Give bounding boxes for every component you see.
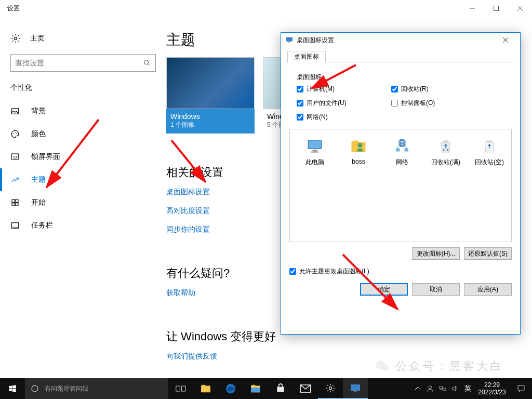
home-button[interactable]: 主页 [0,29,166,54]
svg-rect-35 [176,386,180,391]
gear-icon [325,383,336,393]
svg-line-28 [47,119,99,187]
system-tray: 英 22:29 2022/3/23 [411,378,532,399]
taskbar-personalization[interactable] [343,378,368,399]
restore-defaults-button[interactable]: 还原默认值(S) [464,247,512,260]
svg-point-33 [382,364,389,371]
nav-label: 任务栏 [31,221,53,230]
svg-rect-45 [443,389,446,391]
watermark: 公众号：黑客大白 [375,358,503,374]
svg-rect-42 [354,391,356,392]
taskbar-settings[interactable] [318,378,343,399]
start-button[interactable] [0,378,25,399]
start-icon [10,198,20,207]
icon-network[interactable]: 网络 [385,137,419,167]
tray-people[interactable] [424,378,436,399]
taskbar-icon [10,221,20,230]
tray-date: 2022/3/23 [476,389,508,396]
svg-point-6 [16,133,17,134]
taskbar-store[interactable] [268,378,293,399]
svg-point-26 [443,149,445,151]
taskbar-explorer[interactable] [193,378,218,399]
store-icon [275,383,286,394]
svg-rect-3 [11,109,19,114]
svg-rect-15 [286,37,292,42]
taskbar: 有问题尽管问我 英 22:29 2022/3/23 [0,378,532,399]
folder-icon [200,384,211,393]
svg-rect-10 [16,200,18,202]
annotation-arrow [166,135,229,192]
mail-icon [300,384,311,393]
cortana-placeholder: 有问题尽管问我 [45,384,88,393]
folder-icon [250,384,261,393]
svg-rect-19 [313,150,317,152]
theme-icon [10,175,20,184]
taskbar-edge[interactable] [218,378,243,399]
maximize-button[interactable] [484,0,508,17]
checkbox-network[interactable]: 网络(N) [297,113,390,122]
search-field[interactable] [15,59,143,67]
dialog-close-button[interactable] [495,33,516,47]
taskbar-fileexplorer[interactable] [243,378,268,399]
minimize-button[interactable] [460,0,484,17]
image-icon [10,107,20,116]
nav-taskbar[interactable]: 任务栏 [0,214,166,237]
svg-line-30 [312,65,356,88]
apply-button[interactable]: 应用(A) [464,283,512,296]
tray-volume-icon[interactable] [449,378,461,399]
icon-this-pc[interactable]: 此电脑 [298,137,331,167]
home-label: 主页 [30,34,45,43]
svg-point-4 [13,133,14,134]
svg-rect-36 [182,386,186,391]
monitor-icon [350,383,361,393]
tray-time: 22:29 [476,381,508,389]
tray-clock[interactable]: 22:29 2022/3/23 [474,379,510,398]
gear-icon [10,33,21,44]
svg-point-34 [32,385,38,392]
annotation-arrow [31,114,114,197]
palette-icon [10,129,20,139]
task-view-icon [176,384,186,393]
taskbar-mail[interactable] [293,378,318,399]
svg-rect-14 [11,227,19,228]
theme-card-windows[interactable]: Windows 1 个图像 [166,57,255,134]
tray-ime[interactable]: 英 [461,378,474,399]
svg-rect-0 [494,6,499,11]
svg-rect-16 [288,42,290,42]
svg-rect-12 [16,203,18,206]
icon-recycle-empty[interactable]: 回收站(空) [473,137,506,167]
icon-preview-box: 此电脑 boss 网络 回收站(满) 回收站(空) [289,129,512,242]
svg-rect-24 [396,149,400,152]
checkbox-recyclebin[interactable]: 回收站(R) [391,85,485,94]
svg-point-2 [144,60,149,64]
cortana-search[interactable]: 有问题尽管问我 [25,378,168,399]
theme-name: Windows [166,109,255,121]
svg-rect-18 [309,141,321,149]
tray-network-icon[interactable] [436,378,449,399]
checkbox-controlpanel[interactable]: 控制面板(O) [391,99,485,108]
svg-point-21 [358,143,363,148]
theme-preview [166,57,255,109]
search-input[interactable] [10,54,156,72]
cortana-icon [30,384,39,393]
annotation-arrow [307,60,364,101]
tray-action-center[interactable] [510,378,532,399]
task-view-button[interactable] [168,378,193,399]
icon-user-files[interactable]: boss [342,137,375,167]
lock-screen-icon [10,152,20,162]
svg-rect-9 [12,200,15,202]
search-icon [143,59,151,67]
tray-overflow[interactable] [411,378,424,399]
svg-rect-8 [14,156,17,158]
svg-point-5 [15,132,16,133]
svg-rect-7 [11,154,19,159]
theme-sub: 1 个图像 [166,121,255,134]
close-button[interactable] [508,0,532,17]
svg-point-40 [329,387,332,390]
icon-recycle-full[interactable]: 回收站(满) [429,137,462,167]
windows-icon [8,384,17,393]
svg-point-1 [15,37,17,40]
svg-rect-41 [351,384,360,391]
annotation-arrow [338,249,421,332]
window-title: 设置 [7,4,20,13]
